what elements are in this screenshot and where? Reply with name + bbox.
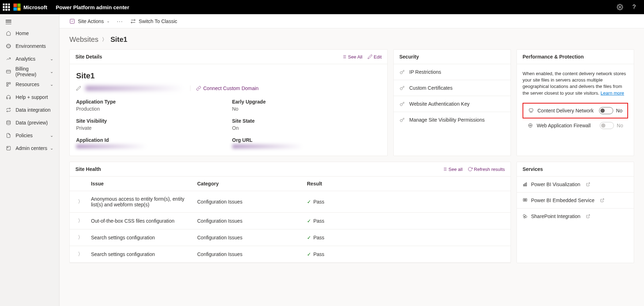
- checkmark-icon: ✓: [307, 251, 311, 257]
- card-title: Site Details: [75, 54, 102, 60]
- svg-point-2: [6, 45, 11, 47]
- services-card: Services Power BI Visualization Power BI…: [517, 162, 634, 263]
- field-org-url: Org URL: [232, 137, 381, 149]
- sidebar-item-resources[interactable]: Resources ⌄: [0, 78, 59, 91]
- service-powerbi-embedded[interactable]: Power BI Embedded Service: [517, 193, 634, 208]
- help-icon[interactable]: ?: [627, 0, 641, 14]
- field-site-state: Site State On: [232, 118, 381, 131]
- service-sharepoint[interactable]: SharePoint Integration: [517, 208, 634, 224]
- svg-point-21: [530, 112, 530, 112]
- card-title: Security: [399, 54, 419, 60]
- chevron-down-icon: ⌄: [50, 69, 53, 74]
- cdn-toggle[interactable]: [599, 107, 613, 114]
- svg-rect-36: [523, 199, 527, 201]
- svg-point-1: [6, 44, 11, 48]
- policies-icon: [6, 133, 11, 138]
- sidebar-item-support[interactable]: Help + support: [0, 91, 59, 104]
- breadcrumb: Websites 〉 Site1: [69, 35, 634, 44]
- svg-rect-6: [9, 83, 10, 84]
- sidebar-item-environments[interactable]: Environments: [0, 40, 59, 52]
- chevron-right-icon: 〉: [102, 37, 107, 43]
- cdn-row: Content Delivery Network No: [523, 103, 628, 118]
- see-all-button[interactable]: See All: [342, 54, 362, 60]
- see-all-button[interactable]: See all: [442, 167, 463, 172]
- sidebar-item-analytics[interactable]: Analytics ⌄: [0, 52, 59, 65]
- site-actions-button[interactable]: Site Actions ⌄: [69, 18, 110, 24]
- toolbar: Site Actions ⌄ ··· Switch To Classic: [59, 14, 644, 28]
- security-item-certificates[interactable]: Custom Certificates: [394, 80, 511, 96]
- resources-icon: [6, 82, 11, 87]
- svg-rect-38: [525, 199, 526, 201]
- security-card: Security IP Restrictions Custom Certific…: [393, 49, 511, 156]
- sidebar-label: Data (preview): [16, 120, 48, 126]
- admin-centers-icon: [6, 146, 11, 151]
- field-application-id: Application Id: [76, 137, 225, 149]
- key-icon: [399, 101, 405, 106]
- external-link-icon: [586, 182, 590, 187]
- billing-icon: [6, 69, 11, 74]
- refresh-button[interactable]: Refresh results: [468, 167, 505, 172]
- learn-more-link[interactable]: Learn more: [600, 90, 624, 96]
- sidebar-item-data-preview[interactable]: Data (preview): [0, 116, 59, 129]
- cdn-label: Content Delivery Network: [537, 108, 594, 113]
- edit-button[interactable]: Edit: [367, 54, 382, 60]
- svg-rect-3: [6, 70, 11, 73]
- connect-domain-button[interactable]: Connect Custom Domain: [190, 85, 258, 91]
- expand-icon[interactable]: 〉: [70, 199, 91, 205]
- swap-icon: [130, 18, 136, 24]
- site-title: Site1: [76, 71, 381, 80]
- chevron-down-icon: ⌄: [50, 82, 53, 87]
- site-actions-label: Site Actions: [78, 18, 104, 24]
- chevron-down-icon: ⌄: [50, 133, 53, 138]
- sharepoint-icon: [523, 214, 528, 219]
- security-item-auth-key[interactable]: Website Authentication Key: [394, 96, 511, 112]
- security-item-ip-restrictions[interactable]: IP Restrictions: [394, 64, 511, 80]
- breadcrumb-parent[interactable]: Websites: [69, 35, 98, 44]
- waf-toggle[interactable]: [600, 122, 614, 129]
- chevron-down-icon: ⌄: [50, 56, 53, 61]
- edit-url-icon[interactable]: [76, 86, 81, 91]
- cdn-toggle-value: No: [616, 108, 622, 113]
- settings-icon[interactable]: [613, 0, 627, 14]
- field-early-upgrade: Early Upgrade No: [232, 99, 381, 112]
- more-actions-button[interactable]: ···: [117, 18, 123, 24]
- site-actions-icon: [69, 18, 75, 24]
- home-icon: [6, 31, 11, 36]
- site-health-card: Site Health See all Refresh results: [69, 162, 511, 263]
- sidebar-item-billing[interactable]: Billing (Preview) ⌄: [0, 65, 59, 78]
- card-title: Performance & Protection: [523, 54, 584, 60]
- sidebar-item-policies[interactable]: Policies ⌄: [0, 129, 59, 142]
- switch-classic-label: Switch To Classic: [139, 18, 177, 24]
- checkmark-icon: ✓: [307, 235, 311, 240]
- expand-icon[interactable]: 〉: [70, 251, 91, 257]
- svg-rect-7: [7, 85, 8, 86]
- chevron-down-icon: ⌄: [50, 146, 53, 151]
- field-site-visibility: Site Visibility Private: [76, 118, 225, 131]
- app-launcher-icon[interactable]: [3, 4, 10, 11]
- sidebar: Home Environments Analytics ⌄ Billing (P…: [0, 14, 59, 306]
- expand-icon[interactable]: 〉: [70, 234, 91, 241]
- svg-rect-33: [525, 184, 525, 186]
- sidebar-item-home[interactable]: Home: [0, 27, 59, 40]
- security-item-visibility-permissions[interactable]: Manage Site Visibility Permissions: [394, 112, 511, 128]
- ellipsis-icon: ···: [117, 18, 123, 24]
- external-link-icon: [600, 198, 604, 202]
- environments-icon: [6, 44, 11, 49]
- site-url-redacted: [85, 86, 184, 91]
- sidebar-item-data-integration[interactable]: Data integration: [0, 104, 59, 116]
- data-preview-icon: [6, 120, 11, 125]
- expand-icon[interactable]: 〉: [70, 218, 91, 224]
- sidebar-item-admin-centers[interactable]: Admin centers ⌄: [0, 142, 59, 155]
- svg-rect-10: [7, 147, 8, 148]
- service-powerbi-visualization[interactable]: Power BI Visualization: [517, 177, 634, 193]
- cdn-icon: [528, 108, 534, 113]
- switch-classic-button[interactable]: Switch To Classic: [130, 18, 177, 24]
- sidebar-toggle[interactable]: [0, 17, 59, 27]
- svg-rect-37: [524, 199, 525, 201]
- key-icon: [399, 85, 405, 90]
- sidebar-label: Help + support: [16, 94, 48, 100]
- health-row: 〉 Out-of-the-box CSS files configuration…: [70, 213, 511, 229]
- svg-point-22: [531, 112, 531, 112]
- checkmark-icon: ✓: [307, 199, 311, 205]
- sidebar-label: Analytics: [16, 56, 35, 62]
